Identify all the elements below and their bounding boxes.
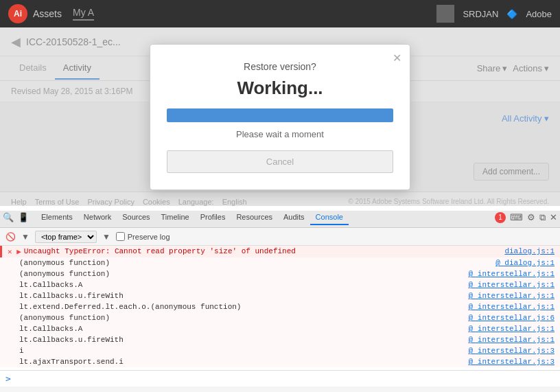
devtools-panel: 🔍 📱 Elements Network Sources Timeline Pr…: [0, 206, 560, 387]
tab-sources[interactable]: Sources: [117, 210, 155, 225]
tab-audits[interactable]: Audits: [278, 210, 310, 225]
devtools-input-row: >: [0, 370, 560, 387]
stack-frame-4: lt.extend.Deferred.lt.each.o.(anonymous …: [0, 301, 560, 312]
devtools-terminal-icon[interactable]: ⌨: [510, 212, 523, 222]
stack-frame-3: lt.Callbacks.u.fireWith @ interstellar.j…: [0, 290, 560, 301]
my-nav[interactable]: My A: [73, 7, 94, 21]
stack-link-0[interactable]: @ dialog.js:1: [495, 259, 555, 267]
modal-progress-bar: [167, 108, 393, 122]
error-link[interactable]: dialog.js:1: [504, 247, 555, 255]
main-area: ◀ ICC-20150528-1_ec... Details Activity …: [0, 27, 560, 206]
tab-console[interactable]: Console: [310, 210, 349, 225]
devtools-dock-icon[interactable]: ⧉: [539, 212, 546, 223]
devtools-frame-select[interactable]: <top frame>: [35, 231, 97, 243]
stack-link-1[interactable]: @ interstellar.js:1: [469, 270, 555, 278]
devtools-prompt: >: [5, 373, 11, 384]
error-icon: ✕ ▶: [8, 247, 21, 256]
tab-resources[interactable]: Resources: [231, 210, 278, 225]
devtools-dropdown-icon[interactable]: ▼: [102, 232, 110, 242]
tab-elements[interactable]: Elements: [36, 210, 78, 225]
modal-title-big: Working...: [167, 78, 393, 99]
app-logo: Ai: [8, 4, 27, 23]
stack-link-7[interactable]: @ interstellar.js:1: [469, 336, 555, 344]
devtools-icons: 1 ⌨ ⚙ ⧉ ✕: [495, 212, 557, 223]
stack-link-8[interactable]: @ interstellar.js:3: [469, 347, 555, 355]
stack-frame-1: (anonymous function) @ interstellar.js:1: [0, 268, 560, 279]
modal-close-button[interactable]: ✕: [393, 51, 401, 65]
stack-link-2[interactable]: @ interstellar.js:1: [469, 281, 555, 289]
stack-link-3[interactable]: @ interstellar.js:1: [469, 292, 555, 300]
avatar: [436, 5, 454, 23]
stack-link-5[interactable]: @ interstellar.js:6: [469, 314, 555, 322]
stack-frame-9: lt.ajaxTransport.send.i @ interstellar.j…: [0, 356, 560, 367]
devtools-settings-icon[interactable]: ⚙: [527, 212, 535, 222]
adobe-label: Adobe: [526, 9, 552, 19]
devtools-content: ✕ ▶ Uncaught TypeError: Cannot read prop…: [0, 246, 560, 370]
stack-link-9[interactable]: @ interstellar.js:3: [469, 358, 555, 366]
preserve-log-checkbox[interactable]: [116, 232, 125, 241]
devtools-console-input[interactable]: [15, 374, 555, 383]
modal-subtitle: Please wait a moment: [167, 129, 393, 139]
tab-profiles[interactable]: Profiles: [195, 210, 231, 225]
modal-title-small: Restore version?: [167, 61, 393, 72]
stack-frame-5: (anonymous function) @ interstellar.js:6: [0, 312, 560, 323]
devtools-device-icon[interactable]: 📱: [18, 212, 29, 222]
tab-network[interactable]: Network: [78, 210, 117, 225]
devtools-clear-icon[interactable]: 🚫: [5, 232, 16, 242]
devtools-toolbar: 🚫 ▼ <top frame> ▼ Preserve log: [0, 228, 560, 246]
error-text: Uncaught TypeError: Cannot read property…: [24, 247, 505, 255]
devtools-filter-icon[interactable]: ▼: [21, 232, 30, 242]
stack-frame-6: lt.Callbacks.A @ interstellar.js:1: [0, 323, 560, 334]
assets-nav[interactable]: Assets: [33, 8, 62, 19]
stack-frame-8: i @ interstellar.js:3: [0, 345, 560, 356]
stack-frame-0: (anonymous function) @ dialog.js:1: [0, 257, 560, 268]
user-name: SRDJAN: [463, 9, 498, 19]
error-badge: 1: [495, 212, 506, 223]
modal-cancel-button[interactable]: Cancel: [167, 150, 393, 173]
top-bar-right: SRDJAN 🔷 Adobe: [436, 5, 552, 23]
top-bar: Ai Assets My A SRDJAN 🔷 Adobe: [0, 0, 560, 27]
tab-timeline[interactable]: Timeline: [156, 210, 195, 225]
devtools-close-icon[interactable]: ✕: [550, 212, 557, 222]
modal-dialog: Restore version? ✕ Working... Please wai…: [150, 44, 410, 190]
stack-frame-7: lt.Callbacks.u.fireWith @ interstellar.j…: [0, 334, 560, 345]
modal-overlay: Restore version? ✕ Working... Please wai…: [0, 27, 560, 206]
stack-link-6[interactable]: @ interstellar.js:1: [469, 325, 555, 333]
preserve-log-label[interactable]: Preserve log: [116, 232, 170, 241]
adobe-icon: 🔷: [506, 9, 517, 19]
error-line: ✕ ▶ Uncaught TypeError: Cannot read prop…: [0, 246, 560, 257]
stack-link-4[interactable]: @ interstellar.js:1: [469, 303, 555, 311]
stack-frame-2: lt.Callbacks.A @ interstellar.js:1: [0, 279, 560, 290]
devtools-search-icon[interactable]: 🔍: [3, 212, 14, 222]
